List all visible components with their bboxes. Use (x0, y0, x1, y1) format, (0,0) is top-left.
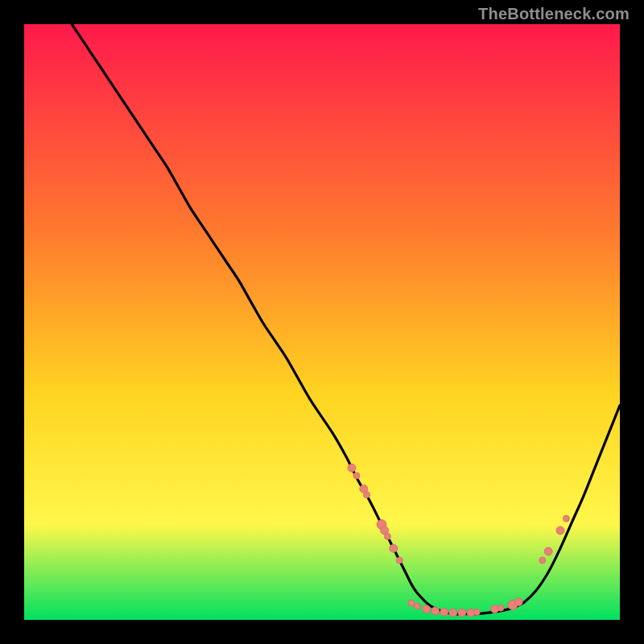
data-marker (473, 609, 480, 615)
data-marker (348, 464, 356, 472)
data-marker (408, 600, 415, 606)
data-marker (449, 609, 457, 617)
data-marker (497, 605, 504, 611)
data-marker (423, 605, 431, 613)
data-marker (563, 515, 569, 522)
data-marker (440, 608, 448, 616)
data-marker (431, 607, 440, 615)
data-marker (458, 609, 466, 617)
data-marker (544, 547, 552, 555)
chart-area (24, 24, 620, 620)
data-marker (384, 533, 390, 539)
attribution-text: TheBottleneck.com (478, 5, 630, 23)
chart-svg (24, 24, 620, 620)
gradient-background (24, 24, 620, 620)
data-marker (514, 598, 522, 606)
data-marker (390, 544, 398, 552)
data-marker (396, 557, 402, 564)
data-marker (414, 603, 420, 609)
data-marker (353, 473, 360, 479)
data-marker (539, 557, 546, 564)
data-marker (364, 492, 370, 498)
data-marker (556, 526, 564, 535)
